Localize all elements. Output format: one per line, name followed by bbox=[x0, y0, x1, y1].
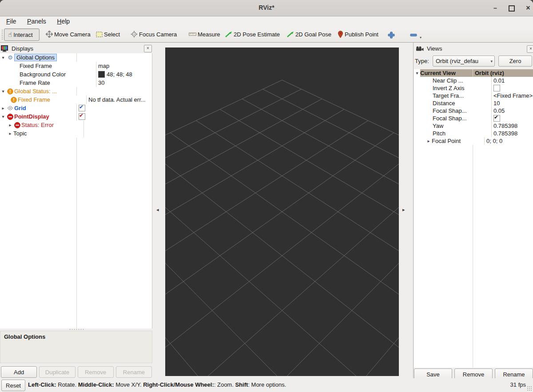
view-type-dropdown[interactable]: Orbit (rviz_defau ▾ bbox=[433, 55, 495, 67]
row-label: Fixed Frame bbox=[18, 96, 50, 103]
title-bar[interactable]: RViz* – × bbox=[0, 0, 533, 16]
remove-button[interactable]: Remove bbox=[78, 366, 114, 378]
tree-row[interactable]: ▾!Global Status: ... bbox=[0, 87, 152, 95]
green-arrow-icon bbox=[286, 31, 294, 38]
tool-2d-pose-estimate[interactable]: 2D Pose Estimate bbox=[225, 28, 280, 40]
row-value[interactable]: 48; 48; 48 bbox=[96, 70, 152, 79]
maximize-icon[interactable] bbox=[506, 3, 517, 13]
row-value[interactable]: 0.785398 bbox=[491, 122, 533, 130]
tree-row[interactable]: Yaw 0.785398 bbox=[414, 122, 533, 130]
tree-row[interactable]: Focal Shap... 0.05 bbox=[414, 107, 533, 115]
tree-row[interactable]: ▸Status: Error bbox=[0, 121, 152, 129]
tree-row[interactable]: Frame Rate 30 bbox=[0, 79, 152, 87]
row-value[interactable]: 0; 0; 0 bbox=[484, 137, 533, 145]
row-label: Focal Shap... bbox=[433, 107, 467, 114]
toolbar-drag-handle[interactable] bbox=[1, 29, 4, 40]
tool-label: Publish Point bbox=[345, 31, 378, 38]
row-value[interactable]: <Fixed Frame> bbox=[491, 92, 533, 99]
left-splitter-collapse-icon[interactable]: ◂ bbox=[156, 207, 159, 213]
row-value[interactable]: No tf data. Actual err... bbox=[86, 95, 152, 104]
tree-row[interactable]: Near Clip ... 0.01 bbox=[414, 77, 533, 84]
menu-file[interactable]: File bbox=[2, 16, 21, 26]
tool-publish-point[interactable]: Publish Point bbox=[338, 28, 378, 40]
right-splitter-collapse-icon[interactable]: ▸ bbox=[402, 207, 405, 213]
add-tool-button[interactable] bbox=[387, 29, 395, 41]
duplicate-button[interactable]: Duplicate bbox=[39, 366, 75, 378]
row-checkbox[interactable]: ✔ bbox=[76, 104, 152, 112]
row-label: Frame Rate bbox=[20, 79, 50, 86]
expander-closed-icon[interactable]: ▸ bbox=[426, 139, 432, 143]
row-label: Near Clip ... bbox=[433, 77, 463, 84]
grid-plane bbox=[165, 48, 399, 376]
remove-tool-button[interactable] bbox=[410, 29, 418, 41]
tool-label: 2D Goal Pose bbox=[295, 31, 331, 38]
row-value[interactable]: 0.05 bbox=[491, 107, 533, 115]
zero-button[interactable]: Zero bbox=[498, 55, 532, 67]
tree-row[interactable]: Target Fra... <Fixed Frame> bbox=[414, 92, 533, 99]
panel-close-icon[interactable]: × bbox=[144, 45, 152, 52]
panel-splitter-handle[interactable] bbox=[69, 329, 84, 330]
row-value[interactable]: map bbox=[96, 62, 152, 70]
row-label: Invert Z Axis bbox=[433, 85, 465, 91]
expander-closed-icon[interactable]: ▸ bbox=[0, 106, 6, 111]
row-checkbox[interactable] bbox=[491, 84, 533, 92]
dropdown-caret-icon[interactable]: ▾ bbox=[420, 36, 422, 40]
expander-open-icon[interactable]: ▾ bbox=[0, 55, 6, 60]
expander-closed-icon[interactable]: ▸ bbox=[7, 131, 13, 136]
expander-open-icon[interactable]: ▾ bbox=[0, 114, 6, 119]
rename-button[interactable]: Rename bbox=[116, 366, 152, 378]
expander-open-icon[interactable]: ▾ bbox=[414, 71, 420, 75]
expander-open-icon[interactable]: ▾ bbox=[0, 89, 6, 94]
tool-move-camera[interactable]: Move Camera bbox=[46, 28, 91, 40]
map-pin-icon bbox=[338, 31, 343, 38]
tool-measure[interactable]: Measure bbox=[189, 28, 220, 40]
tool-label: Move Camera bbox=[54, 31, 91, 38]
description-title: Global Options bbox=[0, 331, 152, 342]
views-panel-header[interactable]: Views × bbox=[416, 44, 532, 53]
mouse-help-text: Left-Click: Rotate. Middle-Click: Move X… bbox=[28, 381, 286, 388]
row-checkbox[interactable]: ✔ bbox=[76, 112, 152, 121]
row-label-selected[interactable]: Global Options bbox=[14, 54, 57, 61]
row-label: Focal Point bbox=[432, 138, 461, 144]
row-value[interactable]: 30 bbox=[96, 79, 152, 87]
tree-row[interactable]: ▸Topic bbox=[0, 129, 152, 138]
row-value[interactable]: 0.785398 bbox=[491, 130, 533, 137]
add-button[interactable]: Add bbox=[1, 366, 37, 378]
tool-focus-camera[interactable]: Focus Camera bbox=[131, 28, 177, 40]
minus-icon bbox=[410, 31, 418, 39]
minimize-icon[interactable]: – bbox=[490, 3, 501, 13]
tree-row[interactable]: ▾PointDisplay ✔ bbox=[0, 112, 152, 121]
tree-row[interactable]: ▸Focal Point 0; 0; 0 bbox=[414, 137, 533, 145]
menu-help[interactable]: Help bbox=[52, 16, 74, 26]
close-icon[interactable]: × bbox=[523, 3, 533, 13]
panel-close-icon[interactable]: × bbox=[527, 45, 533, 53]
tree-row[interactable]: ▾⚙Global Options bbox=[0, 53, 152, 62]
render-viewport[interactable] bbox=[165, 48, 399, 376]
menu-panels[interactable]: Panels bbox=[23, 16, 51, 26]
row-checkbox[interactable]: ✔ bbox=[491, 115, 533, 122]
tree-row[interactable]: Focal Shap... ✔ bbox=[414, 115, 533, 122]
row-value[interactable]: 10 bbox=[491, 99, 533, 107]
views-panel: Views × Type: Orbit (rviz_defau ▾ Zero ▾… bbox=[413, 43, 533, 378]
tree-row[interactable]: Fixed Frame map bbox=[0, 62, 152, 70]
tree-row[interactable]: !Fixed Frame No tf data. Actual err... bbox=[0, 95, 152, 104]
displays-panel-header[interactable]: Displays × bbox=[1, 44, 152, 53]
tool-2d-goal-pose[interactable]: 2D Goal Pose bbox=[286, 28, 331, 40]
tool-interact[interactable]: ☝ Interact bbox=[4, 28, 40, 41]
expander-closed-icon[interactable]: ▸ bbox=[7, 123, 13, 127]
tree-row[interactable]: ▾Current View Orbit (rviz) bbox=[414, 69, 533, 77]
resize-grip[interactable] bbox=[527, 386, 533, 392]
tree-row[interactable]: Invert Z Axis bbox=[414, 84, 533, 92]
hand-cursor-icon: ☝ bbox=[8, 31, 12, 39]
tool-select[interactable]: Select bbox=[96, 28, 120, 40]
row-value[interactable]: 0.01 bbox=[491, 77, 533, 84]
reset-button[interactable]: Reset bbox=[1, 380, 25, 391]
focus-crosshair-icon bbox=[131, 31, 138, 38]
tree-row[interactable]: Distance 10 bbox=[414, 99, 533, 107]
checkbox-checked: ✔ bbox=[493, 115, 500, 122]
tree-row[interactable]: Pitch 0.785398 bbox=[414, 130, 533, 137]
tree-row[interactable]: ▸Grid ✔ bbox=[0, 104, 152, 112]
tree-row[interactable]: Background Color 48; 48; 48 bbox=[0, 70, 152, 79]
checkbox-unchecked bbox=[493, 85, 500, 91]
view-type-row: Type: Orbit (rviz_defau ▾ Zero bbox=[415, 55, 532, 67]
